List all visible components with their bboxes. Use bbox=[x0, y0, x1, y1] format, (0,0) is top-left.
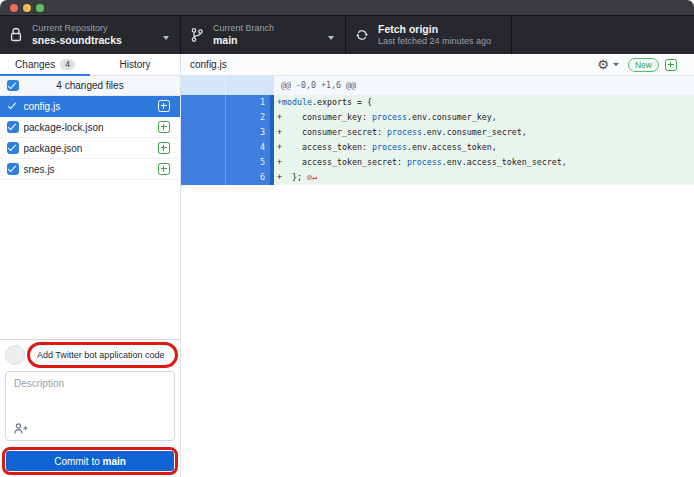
file-row-snes.js[interactable]: snes.js bbox=[0, 159, 180, 180]
commit-summary-input[interactable]: Add Twitter bot application code bbox=[30, 350, 164, 360]
close-button[interactable] bbox=[10, 4, 18, 12]
minimize-button[interactable] bbox=[23, 4, 31, 12]
include-file-icon[interactable] bbox=[158, 142, 170, 154]
file-name: snes.js bbox=[24, 164, 159, 175]
annotation-commit-button: Commit to main bbox=[2, 447, 178, 475]
include-file-icon[interactable] bbox=[158, 121, 170, 133]
hunk-header-row: @@ -0,0 +1,6 @@ bbox=[181, 76, 694, 95]
branch-name: main bbox=[213, 34, 274, 47]
commit-button-label: Commit to bbox=[54, 456, 102, 467]
expand-diff-icon[interactable] bbox=[665, 59, 677, 71]
diff-line-content: + consumer_secret: process.env.consumer_… bbox=[274, 125, 694, 140]
chevron-down-icon bbox=[163, 36, 169, 40]
diff-line-3[interactable]: 3+ consumer_secret: process.env.consumer… bbox=[181, 125, 694, 140]
include-file-icon[interactable] bbox=[158, 100, 170, 112]
chevron-down-icon bbox=[328, 36, 334, 40]
toolbar-spacer bbox=[512, 16, 694, 54]
file-checkbox[interactable] bbox=[7, 142, 19, 154]
diff-line-6[interactable]: 6+ }; ⊘↵ bbox=[181, 170, 694, 185]
gear-icon[interactable]: ⚙ bbox=[597, 58, 609, 71]
branch-label: Current Branch bbox=[213, 23, 274, 34]
sidebar: Changes 4 History 4 changed files config… bbox=[0, 54, 181, 477]
sidebar-spacer bbox=[0, 180, 180, 339]
diff-file-title: config.js bbox=[190, 59, 597, 70]
file-checkbox[interactable] bbox=[7, 163, 19, 175]
diff-panel: config.js ⚙ New @@ -0,0 +1,6 @@ 1+module… bbox=[181, 54, 694, 477]
file-name: package.json bbox=[24, 143, 159, 154]
commit-button[interactable]: Commit to main bbox=[6, 451, 174, 471]
new-file-badge: New bbox=[628, 58, 659, 72]
tab-history-label: History bbox=[119, 59, 150, 70]
line-number: 4 bbox=[226, 140, 270, 155]
lock-icon bbox=[9, 27, 23, 43]
changed-files-header[interactable]: 4 changed files bbox=[0, 76, 180, 96]
file-checkbox[interactable] bbox=[7, 121, 19, 133]
file-row-package-lock.json[interactable]: package-lock.json bbox=[0, 117, 180, 138]
file-name: config.js bbox=[24, 101, 159, 112]
current-branch-dropdown[interactable]: Current Branch main bbox=[181, 16, 346, 54]
line-number: 5 bbox=[226, 155, 270, 170]
diff-line-content: + }; ⊘↵ bbox=[274, 170, 694, 185]
line-number: 3 bbox=[226, 125, 270, 140]
diff-line-4[interactable]: 4+ access_token: process.env.access_toke… bbox=[181, 140, 694, 155]
annotation-summary: Add Twitter bot application code bbox=[27, 342, 178, 368]
line-number: 2 bbox=[226, 110, 270, 125]
toolbar: Current Repository snes-soundtracks Curr… bbox=[0, 16, 694, 54]
description-placeholder: Description bbox=[14, 378, 64, 389]
hunk-header-text: @@ -0,0 +1,6 @@ bbox=[274, 76, 694, 95]
add-coauthor-icon[interactable] bbox=[14, 423, 28, 434]
sidebar-tabs: Changes 4 History bbox=[0, 54, 180, 76]
file-name: package-lock.json bbox=[24, 122, 159, 133]
fetch-origin-button[interactable]: Fetch origin Last fetched 24 minutes ago bbox=[346, 16, 512, 54]
tab-history[interactable]: History bbox=[90, 54, 180, 75]
repo-name: snes-soundtracks bbox=[32, 34, 122, 47]
current-repository-dropdown[interactable]: Current Repository snes-soundtracks bbox=[0, 16, 181, 54]
diff-line-content: + access_token: process.env.access_token… bbox=[274, 140, 694, 155]
file-row-package.json[interactable]: package.json bbox=[0, 138, 180, 159]
avatar bbox=[5, 345, 25, 365]
line-number: 6 bbox=[226, 170, 270, 185]
select-all-checkbox[interactable] bbox=[7, 80, 19, 92]
sync-icon bbox=[355, 27, 369, 43]
diff-line-5[interactable]: 5+ access_token_secret: process.env.acce… bbox=[181, 155, 694, 170]
fetch-title: Fetch origin bbox=[378, 23, 491, 36]
diff-line-content: + access_token_secret: process.env.acces… bbox=[274, 155, 694, 170]
diff-line-content: + consumer_key: process.env.consumer_key… bbox=[274, 110, 694, 125]
diff-view: @@ -0,0 +1,6 @@ 1+module.exports = {2+ c… bbox=[181, 76, 694, 477]
diff-file-header: config.js ⚙ New bbox=[181, 54, 694, 76]
diff-line-2[interactable]: 2+ consumer_key: process.env.consumer_ke… bbox=[181, 110, 694, 125]
tab-changes[interactable]: Changes 4 bbox=[0, 54, 90, 75]
repo-label: Current Repository bbox=[32, 23, 122, 34]
commit-form: Add Twitter bot application code Descrip… bbox=[0, 339, 180, 477]
commit-button-branch: main bbox=[103, 456, 126, 467]
file-row-config.js[interactable]: config.js bbox=[0, 96, 180, 117]
zoom-button[interactable] bbox=[36, 4, 44, 12]
file-list: config.jspackage-lock.jsonpackage.jsonsn… bbox=[0, 96, 180, 180]
titlebar bbox=[0, 0, 694, 16]
chevron-down-icon[interactable] bbox=[613, 63, 619, 66]
changed-files-count: 4 changed files bbox=[0, 80, 180, 91]
branch-icon bbox=[190, 27, 204, 43]
changes-count-badge: 4 bbox=[60, 59, 75, 70]
file-checkbox[interactable] bbox=[7, 100, 19, 112]
diff-line-content: +module.exports = { bbox=[274, 95, 694, 110]
fetch-subtitle: Last fetched 24 minutes ago bbox=[378, 36, 491, 47]
line-number: 1 bbox=[226, 95, 270, 110]
include-file-icon[interactable] bbox=[158, 163, 170, 175]
commit-description-input[interactable]: Description bbox=[5, 371, 175, 441]
tab-changes-label: Changes bbox=[15, 59, 55, 70]
diff-line-1[interactable]: 1+module.exports = { bbox=[181, 95, 694, 110]
github-desktop-window: Current Repository snes-soundtracks Curr… bbox=[0, 0, 694, 477]
